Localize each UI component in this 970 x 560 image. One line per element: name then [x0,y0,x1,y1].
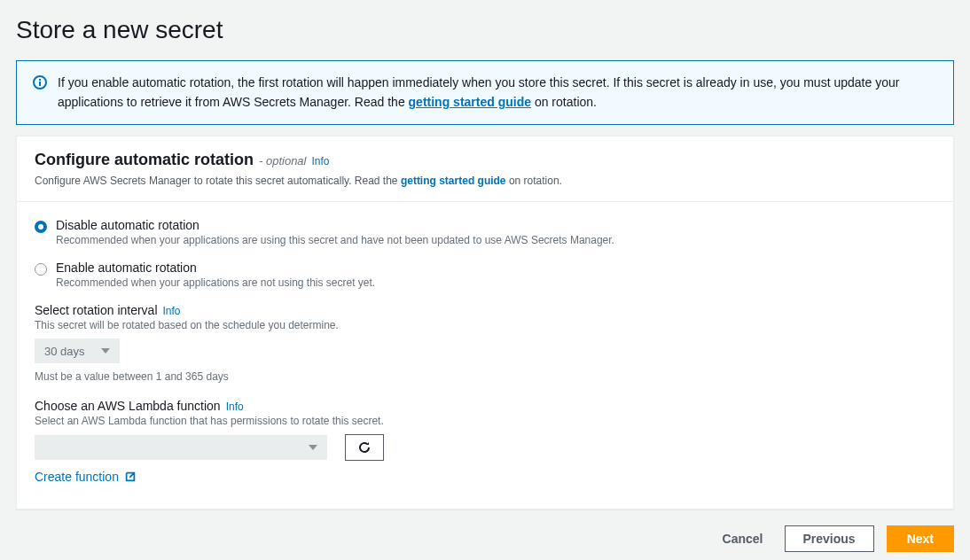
panel-sub-prefix: Configure AWS Secrets Manager to rotate … [35,175,401,187]
panel-info-link[interactable]: Info [311,155,329,167]
panel-title: Configure automatic rotation [35,151,254,169]
radio-enable-desc: Recommended when your applications are n… [56,276,375,289]
footer-actions: Cancel Previous Next [16,525,954,552]
banner-suffix: on rotation. [531,95,597,109]
interval-label: Select rotation interval [35,303,158,317]
lambda-label: Choose an AWS Lambda function [35,399,221,413]
svg-rect-1 [39,82,41,86]
interval-value: 30 days [44,345,85,358]
interval-select: 30 days [35,338,120,363]
radio-disable-desc: Recommended when your applications are u… [56,234,614,246]
lambda-select [35,435,327,460]
rotation-interval-block: Select rotation interval Info This secre… [35,303,935,383]
panel-body: Disable automatic rotation Recommended w… [17,202,953,509]
lambda-desc: Select an AWS Lambda function that has p… [35,415,935,427]
chevron-down-icon [101,348,110,354]
interval-hint: Must be a value between 1 and 365 days [35,370,935,383]
external-link-icon [124,471,137,483]
create-function-label: Create function [35,470,119,484]
rotation-panel: Configure automatic rotation - optional … [16,136,954,509]
interval-info-link[interactable]: Info [163,305,181,317]
radio-icon [35,221,47,233]
optional-tag: - optional [259,154,306,167]
previous-button[interactable]: Previous [785,525,874,552]
lambda-block: Choose an AWS Lambda function Info Selec… [35,399,935,484]
panel-sub-link[interactable]: getting started guide [401,175,506,187]
info-icon [33,74,47,89]
page-title: Store a new secret [16,16,954,44]
panel-sub-suffix: on rotation. [506,175,562,187]
cancel-button[interactable]: Cancel [714,526,772,551]
next-button[interactable]: Next [887,525,954,552]
panel-subtext: Configure AWS Secrets Manager to rotate … [35,173,935,189]
lambda-info-link[interactable]: Info [226,401,244,413]
refresh-icon [357,440,372,455]
refresh-button[interactable] [345,434,384,461]
svg-rect-2 [39,79,41,81]
radio-icon [35,263,47,276]
panel-header: Configure automatic rotation - optional … [17,136,953,202]
radio-disable-rotation[interactable]: Disable automatic rotation Recommended w… [35,218,935,246]
info-banner-text: If you enable automatic rotation, the fi… [58,74,937,112]
radio-enable-rotation[interactable]: Enable automatic rotation Recommended wh… [35,261,935,289]
interval-desc: This secret will be rotated based on the… [35,319,935,331]
info-banner: If you enable automatic rotation, the fi… [16,60,954,125]
radio-disable-label: Disable automatic rotation [56,218,614,232]
radio-enable-label: Enable automatic rotation [56,261,375,275]
banner-link[interactable]: getting started guide [409,95,531,109]
chevron-down-icon [309,445,317,450]
create-function-link[interactable]: Create function [35,470,137,484]
